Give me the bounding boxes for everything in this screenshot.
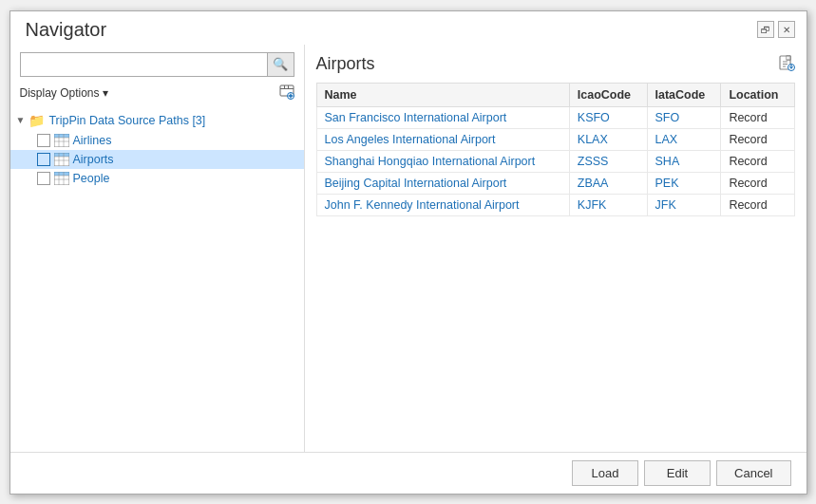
table-cell-iatacode: PEK	[647, 172, 721, 194]
display-options-button[interactable]: Display Options ▾	[20, 86, 108, 100]
table-cell-location: Record	[721, 150, 794, 172]
table-cell-iatacode: JFK	[647, 194, 721, 215]
dialog-body: 🔍 Display Options ▾	[10, 45, 807, 452]
table-icon-airlines	[54, 134, 69, 147]
airports-checkbox[interactable]	[37, 153, 50, 166]
table-row[interactable]: San Francisco International AirportKSFOS…	[316, 106, 794, 128]
table-header-row: Name IcaoCode IataCode Location	[316, 83, 794, 106]
collapse-icon: ▼	[16, 115, 26, 125]
airports-table: Name IcaoCode IataCode Location San Fran…	[316, 83, 795, 216]
table-cell-name: Shanghai Hongqiao International Airport	[316, 150, 569, 172]
table-row[interactable]: John F. Kennedy International AirportKJF…	[316, 194, 794, 215]
add-datasource-button[interactable]	[279, 84, 294, 103]
table-cell-location: Record	[721, 194, 794, 215]
table-cell-location: Record	[721, 106, 794, 128]
col-header-icaocode: IcaoCode	[569, 83, 647, 106]
tree-item-airlines[interactable]: Airlines	[10, 131, 304, 150]
col-header-iatacode: IataCode	[647, 83, 721, 106]
airlines-checkbox[interactable]	[37, 134, 50, 147]
table-icon-people	[54, 172, 69, 185]
table-row[interactable]: Beijing Capital International AirportZBA…	[316, 172, 794, 194]
restore-button[interactable]: 🗗	[757, 21, 774, 38]
dialog-footer: Load Edit Cancel	[10, 452, 807, 494]
table-cell-icaocode: KJFK	[569, 194, 647, 215]
tree-item-label-airports: Airports	[73, 153, 114, 166]
table-row[interactable]: Los Angeles International AirportKLAXLAX…	[316, 128, 794, 150]
display-options-row: Display Options ▾	[10, 83, 304, 108]
table-cell-iatacode: SHA	[647, 150, 721, 172]
col-header-location: Location	[721, 83, 794, 106]
add-icon	[279, 87, 294, 103]
col-header-name: Name	[316, 83, 569, 106]
dialog-title: Navigator	[26, 19, 107, 41]
table-cell-name: San Francisco International Airport	[316, 106, 569, 128]
search-icon: 🔍	[273, 57, 288, 71]
right-panel: Airports	[305, 45, 807, 452]
tree-root-label: TripPin Data Source Paths [3]	[48, 114, 205, 127]
table-cell-name: Los Angeles International Airport	[316, 128, 569, 150]
chevron-down-icon: ▾	[103, 86, 108, 100]
table-cell-iatacode: SFO	[647, 106, 721, 128]
folder-icon: 📁	[28, 113, 45, 128]
table-cell-name: Beijing Capital International Airport	[316, 172, 569, 194]
table-cell-iatacode: LAX	[647, 128, 721, 150]
table-cell-icaocode: ZBAA	[569, 172, 647, 194]
table-cell-icaocode: ZSSS	[569, 150, 647, 172]
table-cell-icaocode: KSFO	[569, 106, 647, 128]
svg-rect-6	[288, 95, 293, 96]
edit-button[interactable]: Edit	[644, 460, 711, 486]
left-panel: 🔍 Display Options ▾	[10, 45, 305, 452]
search-button[interactable]: 🔍	[267, 53, 294, 76]
cancel-button[interactable]: Cancel	[716, 460, 790, 486]
tree-root-node[interactable]: ▼ 📁 TripPin Data Source Paths [3]	[10, 110, 304, 131]
tree-area: ▼ 📁 TripPin Data Source Paths [3]	[10, 108, 304, 452]
svg-rect-8	[54, 134, 69, 138]
svg-rect-20	[54, 172, 69, 176]
display-options-label: Display Options	[20, 86, 100, 100]
tree-item-airports[interactable]: Airports	[10, 150, 304, 169]
svg-rect-1	[280, 88, 294, 89]
table-cell-icaocode: KLAX	[569, 128, 647, 150]
table-cell-name: John F. Kennedy International Airport	[316, 194, 569, 215]
search-input[interactable]	[21, 53, 267, 75]
close-button[interactable]: ✕	[778, 21, 795, 38]
table-row[interactable]: Shanghai Hongqiao International AirportZ…	[316, 150, 794, 172]
export-button[interactable]	[778, 54, 795, 75]
tree-item-people[interactable]: People	[10, 169, 304, 188]
load-button[interactable]: Load	[572, 460, 638, 486]
export-icon	[778, 54, 795, 71]
svg-rect-2	[284, 85, 285, 88]
title-bar: Navigator 🗗 ✕	[10, 11, 807, 45]
table-cell-location: Record	[721, 128, 794, 150]
svg-rect-14	[54, 153, 69, 157]
right-panel-title: Airports	[316, 54, 375, 74]
people-checkbox[interactable]	[37, 172, 50, 185]
right-header: Airports	[316, 54, 795, 75]
table-icon-airports	[54, 153, 69, 166]
table-cell-location: Record	[721, 172, 794, 194]
title-bar-controls: 🗗 ✕	[757, 21, 795, 38]
search-bar: 🔍	[20, 52, 294, 77]
navigator-dialog: Navigator 🗗 ✕ 🔍 Display Options ▾	[9, 10, 807, 495]
svg-rect-3	[288, 85, 289, 88]
tree-item-label-people: People	[73, 172, 110, 185]
tree-item-label-airlines: Airlines	[73, 134, 112, 147]
